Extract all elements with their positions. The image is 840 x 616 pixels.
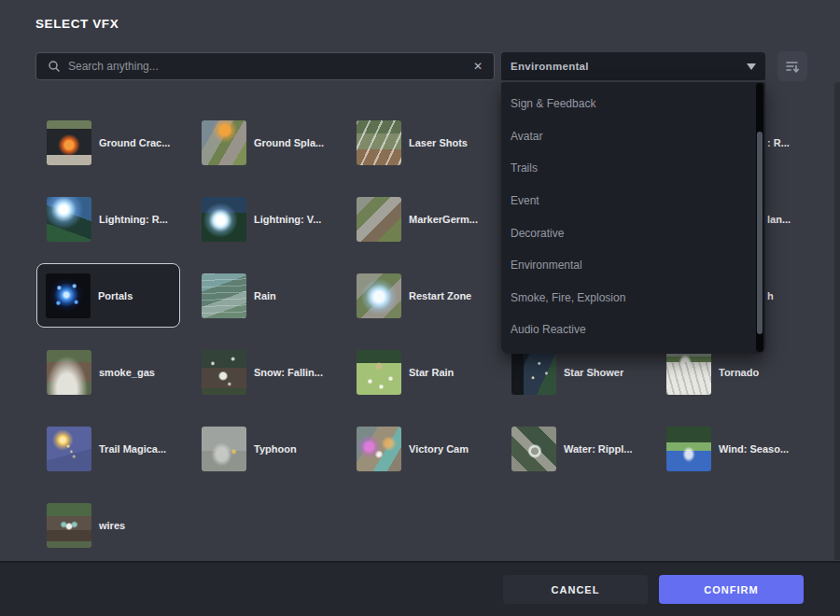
markergerm-thumbnail bbox=[357, 197, 401, 242]
search-placeholder: Search anything... bbox=[68, 60, 159, 73]
dropdown-option-avatar[interactable]: Avatar bbox=[501, 120, 765, 153]
confirm-button[interactable]: CONFIRM bbox=[659, 575, 804, 604]
dropdown-option-smoke-fire-explosion[interactable]: Smoke, Fire, Explosion bbox=[501, 282, 765, 315]
typhoon-thumbnail bbox=[202, 427, 246, 471]
dropdown-scrollbar-thumb[interactable] bbox=[757, 132, 763, 334]
page-title: SELECT VFX bbox=[35, 17, 119, 31]
star-rain-thumbnail bbox=[357, 350, 401, 395]
dropdown-option-list: Sign & FeedbackAvatarTrailsEventDecorati… bbox=[501, 88, 765, 346]
vfx-item-rain[interactable]: Rain bbox=[202, 273, 276, 318]
category-dropdown-menu: Sign & FeedbackAvatarTrailsEventDecorati… bbox=[501, 82, 765, 354]
footer-bar: CANCEL CONFIRM bbox=[0, 561, 840, 616]
vfx-item-label: wires bbox=[99, 520, 125, 531]
vfx-item-label: MarkerGerm... bbox=[409, 214, 478, 225]
vfx-item-tornado[interactable]: Tornado bbox=[666, 350, 759, 395]
vfx-item-label: Lightning: R... bbox=[99, 214, 168, 225]
vfx-item-label: Laser Shots bbox=[409, 137, 468, 148]
restart-zone-thumbnail bbox=[357, 273, 401, 318]
vfx-item-label: Ground Spla... bbox=[254, 137, 324, 148]
vfx-item-trail-magical[interactable]: Trail Magica... bbox=[47, 427, 166, 471]
vfx-item-label: Water: Rippl... bbox=[564, 443, 633, 455]
clear-search-icon[interactable]: ✕ bbox=[473, 60, 483, 73]
vfx-item-label: Typhoon bbox=[254, 443, 297, 455]
occluded-item-label: lan... bbox=[767, 214, 791, 225]
rain-thumbnail bbox=[202, 273, 246, 318]
vfx-item-typhoon[interactable]: Typhoon bbox=[202, 427, 297, 471]
vfx-item-label: Rain bbox=[254, 290, 276, 301]
dropdown-option-environmental[interactable]: Environmental bbox=[501, 249, 765, 282]
vfx-item-label: smoke_gas bbox=[99, 367, 155, 378]
wind-season-thumbnail bbox=[666, 427, 711, 471]
vfx-item-lightning-r[interactable]: Lightning: R... bbox=[47, 197, 168, 242]
cancel-button[interactable]: CANCEL bbox=[503, 575, 648, 604]
vfx-item-label: Snow: Fallin... bbox=[254, 367, 323, 378]
tornado-thumbnail bbox=[666, 350, 711, 395]
occluded-item-label: h bbox=[767, 290, 774, 301]
snow-falling-thumbnail bbox=[202, 350, 246, 395]
dropdown-option-sign-feedback[interactable]: Sign & Feedback bbox=[501, 88, 765, 120]
smoke-gas-thumbnail bbox=[47, 350, 91, 395]
laser-shots-thumbnail bbox=[357, 120, 401, 165]
vfx-item-smoke-gas[interactable]: smoke_gas bbox=[47, 350, 155, 395]
ground-splash-thumbnail bbox=[202, 120, 246, 165]
vfx-item-label: Lightning: V... bbox=[254, 214, 321, 225]
dropdown-option-trails[interactable]: Trails bbox=[501, 152, 765, 185]
vfx-item-lightning-v[interactable]: Lightning: V... bbox=[202, 197, 321, 242]
portals-thumbnail bbox=[46, 273, 91, 318]
category-dropdown[interactable]: Environmental bbox=[501, 52, 765, 80]
lightning-r-thumbnail bbox=[47, 197, 91, 242]
trail-magical-thumbnail bbox=[47, 427, 91, 471]
vfx-item-label: Wind: Seaso... bbox=[719, 443, 789, 455]
vfx-item-markergerm[interactable]: MarkerGerm... bbox=[357, 197, 478, 242]
vfx-item-label: Trail Magica... bbox=[99, 443, 166, 455]
vfx-item-water-ripple[interactable]: Water: Rippl... bbox=[511, 427, 633, 471]
wires-thumbnail bbox=[47, 503, 91, 548]
victory-cam-thumbnail bbox=[357, 427, 401, 471]
vfx-item-victory-cam[interactable]: Victory Cam bbox=[357, 427, 469, 471]
vfx-item-label: Portals bbox=[98, 290, 133, 301]
vfx-item-label: Tornado bbox=[719, 367, 759, 378]
vfx-item-portals[interactable]: Portals bbox=[36, 263, 180, 328]
select-vfx-dialog: SELECT VFX Search anything... ✕ Environm… bbox=[0, 0, 840, 616]
vfx-item-label: Restart Zone bbox=[409, 290, 471, 301]
vfx-item-wires[interactable]: wires bbox=[47, 503, 125, 548]
dropdown-option-event[interactable]: Event bbox=[501, 185, 765, 217]
ground-crack-thumbnail bbox=[47, 120, 91, 165]
dropdown-option-audio-reactive[interactable]: Audio Reactive bbox=[501, 314, 765, 346]
vfx-item-ground-splash[interactable]: Ground Spla... bbox=[202, 120, 324, 165]
vfx-item-laser-shots[interactable]: Laser Shots bbox=[357, 120, 468, 165]
vfx-item-star-shower[interactable]: Star Shower bbox=[511, 350, 623, 395]
vfx-item-wind-season[interactable]: Wind: Seaso... bbox=[666, 427, 789, 471]
sort-descending-icon bbox=[785, 59, 800, 74]
dropdown-option-decorative[interactable]: Decorative bbox=[501, 217, 765, 249]
vfx-item-restart-zone[interactable]: Restart Zone bbox=[357, 273, 471, 318]
grid-scrollbar[interactable] bbox=[834, 82, 840, 560]
search-input[interactable]: Search anything... ✕ bbox=[35, 52, 495, 80]
chevron-down-icon bbox=[747, 63, 756, 70]
vfx-item-label: Star Shower bbox=[564, 367, 623, 378]
vfx-item-label: Victory Cam bbox=[409, 443, 469, 455]
category-selected-value: Environmental bbox=[511, 61, 589, 72]
dropdown-scrollbar[interactable] bbox=[756, 83, 763, 352]
vfx-item-star-rain[interactable]: Star Rain bbox=[357, 350, 454, 395]
star-shower-thumbnail bbox=[511, 350, 556, 395]
vfx-item-ground-crack[interactable]: Ground Crac... bbox=[47, 120, 170, 165]
occluded-item-label: : R... bbox=[767, 137, 790, 148]
lightning-v-thumbnail bbox=[202, 197, 246, 242]
vfx-item-label: Star Rain bbox=[409, 367, 454, 378]
vfx-item-snow-falling[interactable]: Snow: Fallin... bbox=[202, 350, 323, 395]
search-icon bbox=[48, 60, 61, 73]
vfx-item-label: Ground Crac... bbox=[99, 137, 170, 148]
water-ripple-thumbnail bbox=[511, 427, 556, 471]
sort-button[interactable] bbox=[777, 51, 807, 81]
